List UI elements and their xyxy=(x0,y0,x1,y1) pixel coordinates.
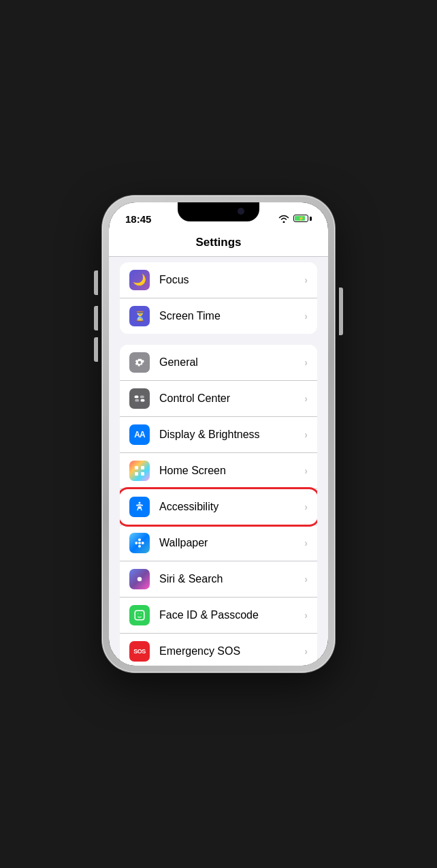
svg-point-10 xyxy=(138,538,141,541)
clock: 18:45 xyxy=(125,212,151,225)
wallpaper-chevron: › xyxy=(304,538,308,548)
control-center-label: Control Center xyxy=(159,392,304,405)
focus-icon: 🌙 xyxy=(129,270,150,290)
settings-row-wallpaper[interactable]: Wallpaper › xyxy=(120,525,317,561)
siri-svg xyxy=(134,574,145,585)
camera-dot xyxy=(238,208,244,215)
accessibility-svg xyxy=(133,501,146,513)
settings-scroll[interactable]: 🌙 Focus › ⏳ Screen Time › xyxy=(109,257,328,666)
control-center-chevron: › xyxy=(304,393,308,404)
general-icon xyxy=(129,352,150,373)
svg-point-13 xyxy=(142,542,144,544)
emergency-sos-chevron: › xyxy=(304,646,308,657)
gear-svg xyxy=(133,356,146,369)
home-screen-chevron: › xyxy=(304,465,308,476)
sos-text: SOS xyxy=(133,648,146,655)
display-icon: AA xyxy=(129,424,150,445)
emergency-sos-label: Emergency SOS xyxy=(159,645,304,657)
toggle-svg xyxy=(133,392,146,405)
svg-point-11 xyxy=(138,545,141,548)
svg-point-15 xyxy=(138,578,141,580)
phone-frame: 18:45 ⚡ xyxy=(102,196,335,672)
face-id-icon xyxy=(129,605,150,625)
svg-point-9 xyxy=(138,542,141,544)
svg-rect-6 xyxy=(135,472,138,476)
settings-row-display[interactable]: AA Display & Brightness › xyxy=(120,417,317,453)
grid-svg xyxy=(134,465,145,476)
focus-label: Focus xyxy=(159,274,304,286)
accessibility-chevron: › xyxy=(304,501,308,512)
siri-icon xyxy=(129,569,150,589)
status-bar: 18:45 ⚡ xyxy=(109,202,328,230)
svg-rect-16 xyxy=(135,610,144,620)
focus-chevron: › xyxy=(304,275,308,285)
status-icons: ⚡ xyxy=(278,215,312,223)
screen-time-icon: ⏳ xyxy=(129,306,150,326)
svg-rect-2 xyxy=(140,396,144,399)
settings-row-face-id[interactable]: Face ID & Passcode › xyxy=(120,598,317,634)
svg-rect-7 xyxy=(141,472,144,476)
accessibility-label: Accessibility xyxy=(159,501,304,513)
svg-point-8 xyxy=(139,502,141,504)
svg-rect-4 xyxy=(135,466,138,469)
wifi-icon xyxy=(278,215,289,223)
battery-icon: ⚡ xyxy=(293,215,312,222)
home-screen-label: Home Screen xyxy=(159,465,304,477)
face-id-chevron: › xyxy=(304,610,308,621)
settings-row-screen-time[interactable]: ⏳ Screen Time › xyxy=(120,298,317,334)
svg-rect-5 xyxy=(141,466,144,469)
general-label: General xyxy=(159,356,304,369)
accessibility-icon xyxy=(129,497,150,517)
general-chevron: › xyxy=(304,357,308,368)
control-center-icon xyxy=(129,388,150,409)
section-group-2: General › xyxy=(109,339,328,666)
section-group-1: 🌙 Focus › ⏳ Screen Time › xyxy=(109,257,328,334)
svg-rect-1 xyxy=(141,399,145,402)
settings-row-general[interactable]: General › xyxy=(120,345,317,381)
svg-point-12 xyxy=(135,542,137,544)
settings-row-accessibility[interactable]: Accessibility › xyxy=(120,489,317,525)
face-svg xyxy=(133,609,146,621)
settings-row-siri[interactable]: Siri & Search › xyxy=(120,561,317,598)
settings-row-home-screen[interactable]: Home Screen › xyxy=(120,453,317,489)
settings-row-control-center[interactable]: Control Center › xyxy=(120,381,317,417)
wallpaper-label: Wallpaper xyxy=(159,537,304,549)
siri-chevron: › xyxy=(304,574,308,585)
display-label: Display & Brightness xyxy=(159,429,304,441)
svg-rect-0 xyxy=(135,396,139,399)
screen-time-chevron: › xyxy=(304,311,308,322)
settings-row-emergency-sos[interactable]: SOS Emergency SOS › xyxy=(120,634,317,666)
settings-group-2: General › xyxy=(120,345,317,666)
screen-time-label: Screen Time xyxy=(159,310,304,322)
nav-title: Settings xyxy=(195,236,241,249)
nav-bar: Settings xyxy=(109,230,328,257)
ios-screen: 18:45 ⚡ xyxy=(109,202,328,666)
emergency-sos-icon: SOS xyxy=(129,641,150,662)
siri-label: Siri & Search xyxy=(159,573,304,585)
flower-svg xyxy=(134,538,145,548)
home-screen-icon xyxy=(129,461,150,481)
settings-group-1: 🌙 Focus › ⏳ Screen Time › xyxy=(120,262,317,334)
face-id-label: Face ID & Passcode xyxy=(159,609,304,621)
settings-row-focus[interactable]: 🌙 Focus › xyxy=(120,262,317,298)
svg-rect-3 xyxy=(135,399,139,402)
notch xyxy=(178,202,259,221)
phone-screen: 18:45 ⚡ xyxy=(109,202,328,666)
wallpaper-icon xyxy=(129,533,150,553)
display-chevron: › xyxy=(304,429,308,440)
